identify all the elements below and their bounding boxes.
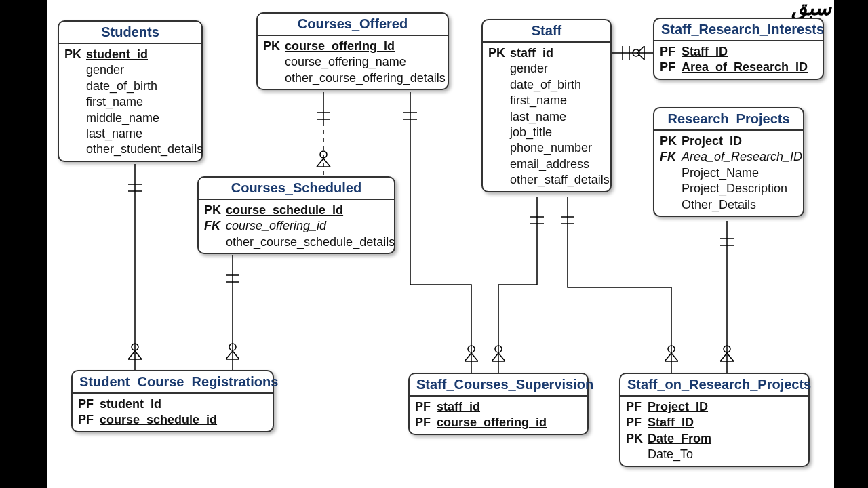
entity-attrs: PFstudent_idPFcourse_schedule_id xyxy=(73,394,273,431)
svg-point-26 xyxy=(668,346,675,352)
attribute-row: last_name xyxy=(488,109,605,125)
attribute-row: first_name xyxy=(488,93,605,108)
attribute-row: PFstaff_id xyxy=(415,399,582,415)
attribute-name: job_title xyxy=(510,125,552,140)
key-indicator: PF xyxy=(660,60,682,75)
key-indicator xyxy=(204,235,226,250)
attribute-name: Project_ID xyxy=(648,399,708,415)
entity-staff-on-research-projects: Staff_on_Research_Projects PFProject_IDP… xyxy=(619,373,810,467)
key-indicator: PK xyxy=(64,47,86,62)
key-indicator: FK xyxy=(204,218,226,234)
entity-staff: Staff PKstaff_idgenderdate_of_birthfirst… xyxy=(481,19,612,192)
key-indicator: PF xyxy=(78,396,100,412)
key-indicator xyxy=(626,447,648,462)
attribute-name: Project_ID xyxy=(682,134,742,149)
entity-title: Staff_Research_Interests xyxy=(654,19,823,41)
attribute-row: PFArea_of_Research_ID xyxy=(660,60,817,75)
attribute-name: other_course_schedule_details xyxy=(226,235,395,250)
entity-attrs: PKProject_IDFKArea_of_Research_IDProject… xyxy=(654,131,803,216)
attribute-name: other_course_offering_details xyxy=(285,70,446,86)
key-indicator: PF xyxy=(626,399,648,415)
entity-staff-courses-supervision: Staff_Courses_Supervision PFstaff_idPFco… xyxy=(408,373,589,435)
entity-attrs: PFstaff_idPFcourse_offering_id xyxy=(410,396,587,434)
key-indicator: PF xyxy=(78,412,100,428)
key-indicator: PF xyxy=(626,415,648,430)
attribute-name: course_offering_id xyxy=(226,218,326,234)
entity-research-projects: Research_Projects PKProject_IDFKArea_of_… xyxy=(653,107,804,217)
attribute-name: course_offering_id xyxy=(437,415,547,430)
key-indicator: PK xyxy=(263,39,285,54)
attribute-name: first_name xyxy=(86,94,143,110)
key-indicator: PK xyxy=(204,203,226,218)
attribute-name: Staff_ID xyxy=(648,415,694,430)
attribute-name: date_of_birth xyxy=(86,79,157,94)
attribute-row: PFcourse_schedule_id xyxy=(78,412,267,428)
entity-title: Staff_on_Research_Projects xyxy=(620,374,808,396)
attribute-row: PKstaff_id xyxy=(488,45,605,61)
attribute-row: PKcourse_schedule_id xyxy=(204,203,389,218)
key-indicator xyxy=(660,181,682,197)
entity-title: Student_Course_Registrations xyxy=(73,371,273,394)
attribute-row: PFStaff_ID xyxy=(660,44,817,60)
attribute-name: student_id xyxy=(86,47,148,62)
entity-title: Courses_Offered xyxy=(258,14,448,36)
entity-attrs: PKstaff_idgenderdate_of_birthfirst_namel… xyxy=(483,43,610,191)
entity-attrs: PKcourse_schedule_idFKcourse_offering_id… xyxy=(199,200,394,253)
attribute-row: PFStaff_ID xyxy=(626,415,803,430)
attribute-row: middle_name xyxy=(64,110,196,126)
svg-point-8 xyxy=(229,344,236,350)
attribute-row: date_of_birth xyxy=(64,79,196,94)
attribute-name: student_id xyxy=(100,396,161,412)
attribute-row: PKstudent_id xyxy=(64,47,196,62)
svg-point-3 xyxy=(132,344,138,350)
attribute-row: other_staff_details xyxy=(488,172,605,188)
key-indicator xyxy=(488,125,510,140)
attribute-name: Other_Details xyxy=(682,197,756,213)
entity-title: Research_Projects xyxy=(654,108,803,131)
key-indicator: FK xyxy=(660,149,682,165)
attribute-name: course_offering_name xyxy=(285,54,406,70)
svg-point-18 xyxy=(468,346,475,352)
key-indicator xyxy=(64,110,86,126)
attribute-row: PFstudent_id xyxy=(78,396,267,412)
attribute-row: first_name xyxy=(64,94,196,110)
attribute-row: Other_Details xyxy=(660,197,797,213)
key-indicator xyxy=(263,70,285,86)
entity-title: Staff_Courses_Supervision xyxy=(410,374,587,396)
key-indicator xyxy=(488,77,510,93)
attribute-row: PKcourse_offering_id xyxy=(263,39,442,54)
attribute-name: course_schedule_id xyxy=(226,203,343,218)
attribute-row: email_address xyxy=(488,157,605,172)
attribute-name: date_of_birth xyxy=(510,77,581,93)
attribute-name: middle_name xyxy=(86,110,159,126)
attribute-row: other_course_schedule_details xyxy=(204,235,389,250)
key-indicator xyxy=(660,165,682,181)
attribute-name: email_address xyxy=(510,157,589,172)
key-indicator xyxy=(488,157,510,172)
entity-students: Students PKstudent_idgenderdate_of_birth… xyxy=(58,20,203,162)
attribute-name: other_staff_details xyxy=(510,172,610,188)
attribute-name: staff_id xyxy=(510,45,553,61)
attribute-name: Date_To xyxy=(648,447,693,462)
attribute-row: phone_number xyxy=(488,140,605,156)
svg-point-36 xyxy=(633,49,639,56)
entity-courses-offered: Courses_Offered PKcourse_offering_idcour… xyxy=(256,12,449,90)
attribute-row: PKDate_From xyxy=(626,431,803,447)
attribute-row: job_title xyxy=(488,125,605,140)
key-indicator xyxy=(64,142,86,157)
attribute-row: Project_Description xyxy=(660,181,797,197)
key-indicator xyxy=(263,54,285,70)
svg-point-31 xyxy=(724,346,730,352)
key-indicator xyxy=(64,126,86,142)
attribute-row: date_of_birth xyxy=(488,77,605,93)
entity-attrs: PFStaff_IDPFArea_of_Research_ID xyxy=(654,41,823,79)
attribute-name: Staff_ID xyxy=(682,44,728,60)
attribute-name: gender xyxy=(86,62,124,78)
key-indicator xyxy=(660,197,682,213)
attribute-row: FKcourse_offering_id xyxy=(204,218,389,234)
attribute-row: Project_Name xyxy=(660,165,797,181)
key-indicator: PK xyxy=(660,134,682,149)
key-indicator xyxy=(64,94,86,110)
attribute-row: last_name xyxy=(64,126,196,142)
attribute-name: other_student_details xyxy=(86,142,203,157)
